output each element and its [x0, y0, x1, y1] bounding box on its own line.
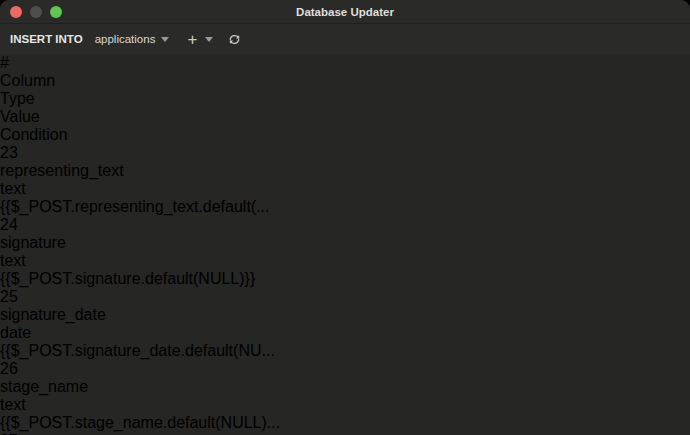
column-name-cell[interactable]: stage_name	[0, 378, 690, 396]
column-name-cell[interactable]: signature	[0, 234, 690, 252]
type-cell[interactable]: text	[0, 180, 690, 198]
row-number-cell[interactable]: 26	[0, 360, 690, 378]
table-body: 23representing_texttext{{$_POST.represen…	[0, 144, 690, 435]
type-cell[interactable]: date	[0, 324, 690, 342]
window-title: Database Updater	[0, 6, 690, 18]
column-name-cell[interactable]: signature_date	[0, 306, 690, 324]
database-updater-window: Database Updater INSERT INTO application…	[0, 0, 690, 435]
table-header-cell[interactable]: Value	[0, 108, 690, 126]
row-number-cell[interactable]: 24	[0, 216, 690, 234]
table-header-cell[interactable]: Column	[0, 72, 690, 90]
table-header-cell[interactable]: Type	[0, 90, 690, 108]
add-column-button[interactable]: +	[181, 28, 203, 50]
row-number-cell[interactable]: 25	[0, 288, 690, 306]
title-bar: Database Updater	[0, 0, 690, 24]
table-selector-dropdown[interactable]: applications	[95, 33, 170, 45]
table-row[interactable]: 24signaturetext{{$_POST.signature.defaul…	[0, 216, 690, 288]
refresh-button[interactable]	[223, 28, 245, 50]
toolbar: INSERT INTO applications +	[0, 24, 690, 54]
value-cell[interactable]: {{$_POST.stage_name.default(NULL)...	[0, 414, 690, 432]
chevron-down-icon	[161, 37, 169, 42]
table-row[interactable]: 25signature_datedate{{$_POST.signature_d…	[0, 288, 690, 360]
statement-type-label: INSERT INTO	[10, 33, 83, 45]
table-header-cell[interactable]: #	[0, 54, 690, 72]
table-header-cell[interactable]: Condition	[0, 126, 690, 144]
add-dropdown-caret-icon[interactable]	[205, 37, 213, 42]
column-name-cell[interactable]: representing_text	[0, 162, 690, 180]
row-number-cell[interactable]: 23	[0, 144, 690, 162]
table-header: #ColumnTypeValueCondition	[0, 54, 690, 144]
type-cell[interactable]: text	[0, 252, 690, 270]
table-row[interactable]: 23representing_texttext{{$_POST.represen…	[0, 144, 690, 216]
remove-column-button[interactable]	[257, 28, 279, 50]
table-row[interactable]: 26stage_nametext{{$_POST.stage_name.defa…	[0, 360, 690, 432]
close-icon	[262, 33, 274, 45]
refresh-icon	[227, 32, 242, 47]
value-cell[interactable]: {{$_POST.representing_text.default(...	[0, 198, 690, 216]
value-cell[interactable]: {{$_POST.signature.default(NULL)}}	[0, 270, 690, 288]
table-selector-value: applications	[95, 33, 156, 45]
type-cell[interactable]: text	[0, 396, 690, 414]
value-cell[interactable]: {{$_POST.signature_date.default(NU...	[0, 342, 690, 360]
